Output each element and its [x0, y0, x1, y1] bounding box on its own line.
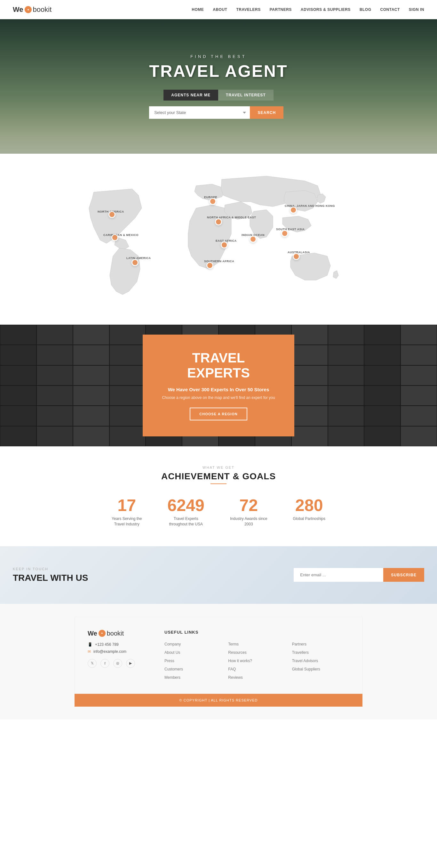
experts-title: TRAVEL EXPERTS: [162, 350, 275, 380]
footer-phone: 📱 +123 456 789: [88, 642, 145, 647]
email-icon: ✉: [88, 649, 91, 654]
logo[interactable]: We ✦ bookit: [13, 5, 52, 14]
logo-we: We: [13, 5, 23, 14]
grid-cell: [0, 406, 36, 426]
footer-link[interactable]: How it works?: [228, 658, 285, 664]
grid-cell: [0, 426, 36, 446]
world-map: NORTH AMERICAEUROPECARIBBEAN & MEXICONOR…: [74, 166, 363, 312]
newsletter-form: SUBSCRIBE: [294, 568, 424, 582]
twitter-icon[interactable]: 𝕏: [88, 659, 97, 668]
grid-cell: [109, 325, 146, 345]
tab-travel-interest[interactable]: TRAVEL INTEREST: [218, 90, 273, 100]
grid-cell: [401, 406, 437, 426]
grid-cell: [292, 406, 328, 426]
footer-logo-we: We: [88, 630, 97, 637]
footer-link[interactable]: Partners: [292, 641, 349, 647]
footer-link[interactable]: Resources: [228, 649, 285, 656]
grid-cell: [0, 365, 36, 385]
nav-link-sign-in[interactable]: SIGN IN: [409, 7, 424, 12]
stat-number: 17: [112, 497, 142, 514]
nav-link-contact[interactable]: CONTACT: [380, 7, 400, 12]
footer-links: USEFUL LINKS CompanyTermsPartnersAbout U…: [164, 630, 349, 681]
footer-link[interactable]: Customers: [164, 666, 222, 672]
grid-cell: [36, 365, 73, 385]
hero-section: FIND THE BEST TRAVEL AGENT AGENTS NEAR M…: [0, 19, 437, 154]
nav-link-blog[interactable]: BLOG: [360, 7, 371, 12]
grid-cell: [328, 385, 364, 406]
grid-cell: [36, 345, 73, 365]
grid-cell: [328, 426, 364, 446]
grid-cell: [401, 365, 437, 385]
grid-cell: [401, 426, 437, 446]
instagram-icon[interactable]: ◎: [113, 659, 122, 668]
footer-social: 𝕏 f ◎ ▶: [88, 659, 145, 668]
grid-cell: [0, 325, 36, 345]
footer-link[interactable]: Travellers: [292, 649, 349, 656]
grid-cell: [292, 365, 328, 385]
hero-search-form: Select your State SEARCH: [149, 106, 283, 119]
grid-cell: [0, 345, 36, 365]
grid-cell: [364, 385, 401, 406]
footer-link[interactable]: About Us: [164, 649, 222, 656]
choose-region-button[interactable]: CHOOSE A REGION: [190, 408, 247, 421]
grid-cell: [292, 426, 328, 446]
footer: We ✦ bookit 📱 +123 456 789 ✉ info@exampl…: [0, 604, 437, 719]
grid-cell: [73, 426, 109, 446]
grid-cell: [109, 406, 146, 426]
stat-number: 280: [293, 497, 325, 514]
footer-logo-bookit: bookit: [107, 630, 124, 637]
grid-cell: [73, 345, 109, 365]
experts-subtitle: We Have Over 300 Experts In Over 50 Stor…: [162, 387, 275, 392]
grid-cell: [109, 385, 146, 406]
achievements-title: ACHIEVEMENT & GOALS: [13, 471, 424, 482]
newsletter-left: KEEP IN TOUCH TRAVEL WITH US: [13, 567, 88, 583]
footer-link[interactable]: [292, 674, 349, 681]
grid-cell: [36, 426, 73, 446]
nav-link-partners[interactable]: PARTNERS: [270, 7, 292, 12]
search-button[interactable]: SEARCH: [250, 106, 283, 119]
grid-cell: [0, 385, 36, 406]
footer-link[interactable]: Company: [164, 641, 222, 647]
youtube-icon[interactable]: ▶: [126, 659, 135, 668]
footer-link[interactable]: Members: [164, 674, 222, 681]
stat-item: 72Industry Awards since 2003: [230, 497, 267, 527]
stat-item: 17Years Serving the Travel Industry: [112, 497, 142, 527]
footer-link[interactable]: Global Suppliers: [292, 666, 349, 672]
experts-desc: Choose a region above on the map and we'…: [162, 396, 275, 400]
footer-email: ✉ info@example.com: [88, 649, 145, 654]
what-we-get-label: WHAT WE GET: [13, 466, 424, 469]
footer-link[interactable]: Reviews: [228, 674, 285, 681]
state-select[interactable]: Select your State: [149, 106, 250, 119]
footer-logo[interactable]: We ✦ bookit: [88, 630, 145, 637]
tab-agents-near-me[interactable]: AGENTS NEAR ME: [164, 90, 218, 100]
stat-number: 72: [230, 497, 267, 514]
nav-link-about[interactable]: ABOUT: [213, 7, 227, 12]
email-input[interactable]: [294, 568, 383, 582]
stat-number: 6249: [167, 497, 204, 514]
grid-cell: [364, 325, 401, 345]
footer-logo-icon: ✦: [99, 630, 106, 637]
stat-item: 280Global Partnoships: [293, 497, 325, 527]
grid-cell: [109, 345, 146, 365]
footer-link[interactable]: Terms: [228, 641, 285, 647]
subscribe-button[interactable]: SUBSCRIBE: [383, 568, 424, 582]
grid-cell: [73, 325, 109, 345]
grid-cell: [109, 426, 146, 446]
nav-link-advisors---suppliers[interactable]: ADVISORS & SUPPLIERS: [301, 7, 350, 12]
newsletter-title: TRAVEL WITH US: [13, 573, 88, 583]
map-section: NORTH AMERICAEUROPECARIBBEAN & MEXICONOR…: [0, 154, 437, 325]
experts-section: TRAVEL EXPERTS We Have Over 300 Experts …: [0, 325, 437, 446]
nav-links: HOMEABOUTTRAVELERSPARTNERSADVISORS & SUP…: [192, 7, 424, 12]
footer-link[interactable]: Travel Advisors: [292, 658, 349, 664]
stat-label: Travel Experts throughout the USA: [167, 516, 204, 527]
footer-link[interactable]: Press: [164, 658, 222, 664]
stat-label: Industry Awards since 2003: [230, 516, 267, 527]
nav-link-home[interactable]: HOME: [192, 7, 204, 12]
nav-link-travelers[interactable]: TRAVELERS: [236, 7, 260, 12]
footer-brand: We ✦ bookit 📱 +123 456 789 ✉ info@exampl…: [88, 630, 145, 681]
stat-item: 6249Travel Experts throughout the USA: [167, 497, 204, 527]
footer-links-title: USEFUL LINKS: [164, 630, 349, 634]
facebook-icon[interactable]: f: [100, 659, 109, 668]
grid-cell: [328, 406, 364, 426]
footer-link[interactable]: FAQ: [228, 666, 285, 672]
